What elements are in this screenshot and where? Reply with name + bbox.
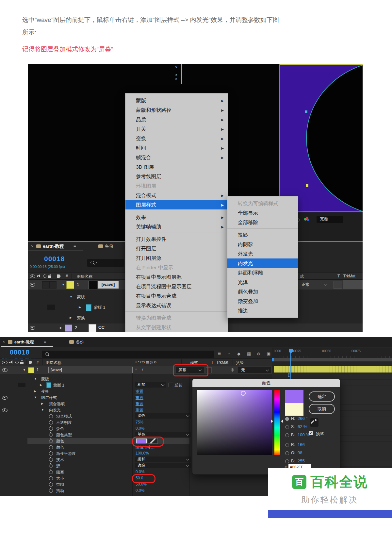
stopwatch-icon[interactable] bbox=[49, 483, 53, 487]
twirl-right-icon[interactable]: ▶ bbox=[70, 316, 72, 319]
mask-mode-cell[interactable] bbox=[47, 305, 55, 310]
menu-item[interactable]: 从文字创建形状 bbox=[125, 323, 228, 332]
menu-item[interactable]: 蒙版▶ bbox=[125, 96, 228, 105]
chevron-down-icon[interactable] bbox=[324, 283, 327, 286]
menu-item[interactable]: 投影 bbox=[227, 230, 298, 240]
preview-checkbox[interactable]: ✓ bbox=[309, 431, 313, 435]
mask-mode-dropdown[interactable]: 相加 bbox=[135, 382, 166, 388]
switch-cell[interactable] bbox=[42, 281, 49, 289]
motionblur-icon[interactable]: ◆ bbox=[237, 351, 240, 356]
stopwatch-icon[interactable] bbox=[49, 445, 53, 449]
twirl-right-icon[interactable]: ▶ bbox=[34, 390, 36, 393]
menu-item[interactable]: 颜色叠加 bbox=[227, 287, 298, 296]
trkmat-cell[interactable] bbox=[334, 281, 342, 289]
eyedropper-button[interactable] bbox=[310, 418, 318, 427]
eye-icon[interactable] bbox=[30, 326, 35, 330]
layer-name-wave[interactable]: [wave] bbox=[48, 367, 133, 373]
framebland-icon[interactable]: ▦ bbox=[247, 351, 251, 356]
field-radio[interactable] bbox=[285, 451, 289, 455]
mask-mode-cell[interactable] bbox=[18, 383, 25, 387]
brainstorm-icon[interactable]: ⊘ bbox=[257, 351, 260, 356]
eye-icon[interactable] bbox=[30, 283, 35, 287]
tab-earth[interactable]: earth-教程 bbox=[14, 340, 34, 345]
search-field[interactable]: ▾ bbox=[87, 259, 124, 267]
cancel-button[interactable]: 取消 bbox=[309, 404, 335, 414]
layer-switches[interactable]: ♀ / bbox=[135, 367, 145, 371]
menu-item[interactable]: 全部移除 bbox=[227, 218, 298, 227]
field-radio[interactable] bbox=[285, 417, 289, 421]
resolution-dropdown[interactable]: 完整 bbox=[317, 216, 343, 223]
stopwatch-icon[interactable] bbox=[49, 452, 53, 456]
tab-backup[interactable]: 备份 bbox=[105, 243, 113, 249]
eye-icon[interactable] bbox=[2, 408, 8, 412]
menu-item[interactable]: 打开效果控件 bbox=[125, 234, 228, 244]
menu-item[interactable]: 斜面和浮雕 bbox=[227, 268, 298, 277]
menu-item[interactable]: 帧混合▶ bbox=[125, 153, 228, 162]
parent-dropdown[interactable]: 无 bbox=[238, 367, 271, 373]
draft3d-icon[interactable]: ◔ bbox=[227, 351, 230, 356]
graph-editor-icon[interactable]: ▣ bbox=[267, 351, 270, 356]
menu-item[interactable]: 开关▶ bbox=[125, 124, 228, 134]
menu-item[interactable]: 打开图层 bbox=[125, 244, 228, 253]
color-cursor-ring[interactable] bbox=[241, 391, 246, 396]
handle-yellow[interactable] bbox=[306, 184, 308, 187]
menu-item[interactable]: 转换为可编辑样式 bbox=[227, 199, 298, 208]
property-value-link[interactable]: 0.0% bbox=[136, 426, 144, 431]
ok-button[interactable]: 确定 bbox=[309, 391, 335, 402]
handle-cyan[interactable] bbox=[305, 110, 307, 113]
layer-duration-bar[interactable] bbox=[274, 366, 392, 373]
twirl-down-icon[interactable]: ▼ bbox=[34, 377, 37, 380]
dialog-title-bar[interactable]: 颜色 bbox=[192, 379, 340, 387]
stopwatch-icon[interactable] bbox=[49, 458, 53, 462]
field-radio[interactable] bbox=[285, 433, 289, 437]
menu-item[interactable]: 效果▶ bbox=[125, 212, 228, 222]
flowchart-icon[interactable]: ≣ bbox=[218, 351, 221, 356]
stopwatch-icon[interactable] bbox=[49, 464, 53, 468]
menu-item[interactable]: 转换为图层合成 bbox=[125, 313, 228, 323]
layer-name-wave[interactable]: [wave] bbox=[98, 281, 119, 289]
twirl-down-icon[interactable]: ▼ bbox=[62, 283, 65, 286]
tab-backup[interactable]: 备份 bbox=[76, 340, 84, 345]
menu-item[interactable]: 描边 bbox=[227, 306, 298, 315]
menu-item[interactable]: 3D 图层 bbox=[125, 162, 228, 172]
property-dropdown[interactable]: 滤色 bbox=[135, 413, 191, 419]
property-value-link[interactable]: 0.0% bbox=[136, 470, 144, 474]
menu-item[interactable]: 品质▶ bbox=[125, 115, 228, 124]
field-radio[interactable] bbox=[285, 459, 289, 463]
menu-item[interactable]: 光泽 bbox=[227, 277, 298, 287]
layer-name-cc[interactable]: CC bbox=[98, 325, 105, 330]
tab-menu-icon[interactable]: ≡ bbox=[44, 340, 46, 344]
menu-item[interactable]: 图层样式▶ bbox=[125, 200, 228, 209]
menu-item[interactable]: 关键帧辅助▶ bbox=[125, 222, 228, 231]
menu-item[interactable]: 渐变叠加 bbox=[227, 296, 298, 306]
menu-item[interactable]: 在项目中显示合成 bbox=[125, 291, 228, 301]
menu-item[interactable]: 在 Finder 中显示 bbox=[125, 263, 228, 272]
twirl-right-icon[interactable]: ▶ bbox=[40, 383, 42, 387]
field-value[interactable]: 100 % bbox=[298, 432, 310, 437]
saturation-brightness-field[interactable] bbox=[197, 390, 272, 455]
property-row[interactable]: 大小50.0 bbox=[0, 475, 272, 481]
hue-marker-left[interactable] bbox=[271, 420, 273, 423]
menu-item[interactable]: 参考线图层 bbox=[125, 172, 228, 181]
menu-item[interactable]: 蒙版和形状路径▶ bbox=[125, 105, 228, 115]
pickwhip-icon[interactable]: ◎ bbox=[231, 367, 234, 372]
twirl-down-icon[interactable]: ▼ bbox=[23, 368, 26, 372]
current-frame[interactable]: 00018 bbox=[44, 255, 65, 263]
stopwatch-icon[interactable] bbox=[49, 414, 53, 418]
field-value[interactable]: 255 bbox=[298, 458, 305, 463]
close-tab-icon[interactable]: × bbox=[31, 244, 34, 249]
field-radio[interactable] bbox=[285, 425, 289, 429]
tab-menu-icon[interactable]: ≡ bbox=[74, 243, 76, 248]
stopwatch-icon[interactable] bbox=[49, 421, 53, 424]
twirl-down-icon[interactable]: ▼ bbox=[34, 396, 37, 399]
twirl-down-icon[interactable]: ▼ bbox=[41, 408, 44, 411]
current-frame[interactable]: 00018 bbox=[10, 349, 30, 356]
twirl-right-icon[interactable]: ▶ bbox=[41, 402, 43, 405]
reset-link[interactable]: 重置 bbox=[136, 401, 143, 407]
stopwatch-icon[interactable] bbox=[49, 433, 53, 437]
menu-item[interactable]: 外发光 bbox=[227, 249, 298, 258]
twirl-right-icon[interactable]: ▶ bbox=[60, 326, 62, 329]
reset-link[interactable]: 重置 bbox=[136, 395, 143, 401]
layer-color-chip-yellow[interactable] bbox=[66, 281, 74, 289]
work-area-bar[interactable] bbox=[272, 358, 392, 361]
